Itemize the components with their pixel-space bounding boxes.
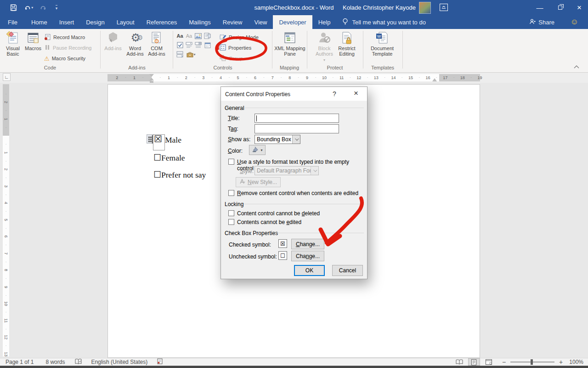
feedback-smiley-icon[interactable]: ☺ (565, 15, 584, 29)
window-title: sampleCheckbox.docx - Word (0, 0, 588, 15)
option-label-prefer-not-say[interactable]: Prefer not say (161, 170, 206, 179)
macros-button[interactable]: Macros (24, 30, 42, 51)
tab-developer[interactable]: Developer (273, 15, 312, 29)
cancel-button[interactable]: Cancel (332, 265, 363, 276)
web-layout-view-button[interactable] (483, 358, 495, 366)
share-button[interactable]: Share (523, 15, 560, 29)
addins-icon (103, 30, 123, 46)
plain-text-control-icon[interactable]: Aa (185, 32, 193, 40)
restrict-editing-button[interactable]: Restrict Editing (336, 30, 357, 57)
record-macro-button[interactable]: Record Macro (44, 33, 85, 41)
zoom-out-button[interactable]: − (502, 358, 506, 366)
restore-button[interactable] (552, 0, 568, 15)
document-template-button[interactable]: W Document Template (368, 30, 396, 57)
tab-layout[interactable]: Layout (111, 15, 141, 29)
proofing-status-icon[interactable] (75, 358, 82, 366)
rich-text-control-icon[interactable]: Aa (176, 32, 184, 40)
text-cursor (152, 135, 153, 144)
first-line-indent-marker[interactable] (149, 74, 154, 77)
page-indicator[interactable]: Page 1 of 1 (6, 359, 34, 365)
ribbon-display-options-icon[interactable] (440, 4, 448, 11)
word-addins-button[interactable]: ⚙⚙ Word Add-ins (125, 30, 145, 57)
new-style-button: New Style... (236, 177, 281, 187)
user-name[interactable]: Kolade Christopher Kayode (343, 0, 416, 15)
properties-button[interactable]: Properties (220, 44, 251, 52)
user-avatar[interactable] (419, 2, 431, 14)
date-picker-control-icon[interactable] (204, 41, 211, 49)
xml-mapping-pane-button[interactable]: XML Mapping Pane (273, 30, 307, 57)
color-picker-button[interactable]: ▾ (249, 145, 266, 155)
design-mode-button[interactable]: Design Mode (220, 33, 259, 41)
visual-basic-label: Visual Basic (3, 46, 23, 57)
repeating-section-control-icon[interactable] (176, 51, 184, 58)
tag-input[interactable] (254, 124, 339, 133)
tab-home[interactable]: Home (25, 15, 53, 29)
tab-file[interactable]: File (0, 15, 25, 29)
option-row-female[interactable]: ☐Female (153, 152, 185, 163)
checkbox-unchecked-glyph[interactable]: ☐ (153, 153, 161, 162)
cannot-edit-label: Contents cannot be edited (237, 219, 301, 225)
change-unchecked-symbol-button[interactable]: Change... (291, 251, 324, 261)
legacy-tools-icon[interactable]: ▾ (185, 51, 197, 58)
hanging-indent-marker[interactable] (149, 78, 154, 80)
zoom-in-button[interactable]: + (559, 358, 563, 366)
tab-help[interactable]: Help (312, 15, 337, 29)
new-style-label: New Style... (248, 179, 277, 185)
ok-button[interactable]: OK (294, 265, 325, 276)
com-addins-button[interactable]: ⚙ COM Add-ins (146, 30, 167, 57)
zoom-slider[interactable] (510, 359, 554, 365)
word-count[interactable]: 8 words (45, 359, 65, 365)
dialog-close-icon[interactable]: × (354, 89, 358, 98)
option-row-prefer-not-say[interactable]: ☐Prefer not say (153, 169, 206, 180)
dialog-help-icon[interactable]: ? (333, 90, 336, 98)
macro-security-button[interactable]: ⚠ Macro Security (44, 54, 85, 63)
show-as-dropdown[interactable]: Bounding Box (254, 135, 300, 144)
zoom-slider-thumb[interactable] (531, 359, 533, 365)
cannot-delete-checkbox[interactable] (228, 210, 234, 216)
checkbox-control-icon[interactable] (176, 41, 184, 49)
content-control-bounding-box[interactable]: ☒ (153, 134, 165, 150)
group-label-mapping: Mapping (272, 65, 307, 70)
minimize-button[interactable]: — (532, 0, 548, 15)
tab-design[interactable]: Design (80, 15, 110, 29)
left-indent-marker[interactable] (150, 81, 153, 83)
horizontal-ruler-bar[interactable]: 2112345678910111213141516171819·········… (107, 74, 480, 81)
cannot-edit-checkbox[interactable] (228, 219, 234, 225)
macro-recording-status-icon[interactable] (157, 358, 163, 366)
zoom-level[interactable]: 100% (569, 359, 583, 365)
option-label-male[interactable]: Male (165, 135, 181, 145)
building-block-gallery-icon[interactable] (204, 32, 211, 40)
word-addins-label: Word Add-ins (125, 46, 145, 57)
ruler-row: ∟ 2112345678910111213141516171819·······… (0, 73, 588, 83)
change-checked-symbol-button[interactable]: Change... (291, 239, 324, 249)
picture-control-icon[interactable] (194, 32, 202, 40)
checked-symbol-label: Checked symbol: (229, 242, 271, 248)
app-window: { "colors":{"accent_blue":"#2b579a","ann… (0, 0, 588, 368)
tab-references[interactable]: References (141, 15, 183, 29)
tell-me-label: Tell me what you want to do (352, 19, 425, 26)
read-mode-view-button[interactable] (453, 358, 465, 366)
tab-insert[interactable]: Insert (53, 15, 80, 29)
tab-view[interactable]: View (248, 15, 273, 29)
print-layout-view-button[interactable] (468, 358, 480, 366)
language-indicator[interactable]: English (United States) (91, 359, 147, 365)
combo-box-control-icon[interactable] (185, 41, 193, 49)
tab-mailings[interactable]: Mailings (183, 15, 217, 29)
use-style-checkbox[interactable] (228, 159, 234, 165)
tab-review[interactable]: Review (217, 15, 249, 29)
tab-stop-selector[interactable]: ∟ (3, 73, 11, 81)
checkbox-checked-glyph[interactable]: ☒ (154, 133, 162, 144)
visual-basic-button[interactable]: Visual Basic (3, 30, 23, 57)
dropdown-list-control-icon[interactable] (194, 41, 202, 49)
checkbox-unchecked-glyph[interactable]: ☐ (153, 170, 161, 179)
record-macro-label: Record Macro (53, 34, 85, 40)
chevron-down-icon[interactable] (292, 135, 300, 144)
tell-me-box[interactable]: Tell me what you want to do (336, 15, 431, 29)
remove-control-label: Remove content control when contents are… (237, 190, 358, 196)
option-label-female[interactable]: Female (161, 153, 185, 162)
remove-control-checkbox[interactable] (228, 190, 234, 196)
collapse-ribbon-icon[interactable] (573, 64, 580, 70)
title-input[interactable] (254, 114, 339, 123)
vertical-ruler-bar[interactable]: 2112345678910111213················ (3, 84, 9, 356)
close-button[interactable]: × (571, 0, 587, 15)
